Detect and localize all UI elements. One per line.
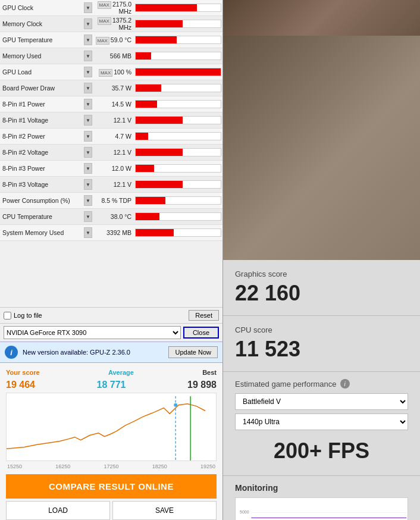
sensor-row: System Memory Used ▼ 3392 MB [0, 225, 222, 241]
sensor-name: 8-Pin #2 Voltage [2, 149, 83, 156]
sensor-label: 8-Pin #1 Voltage ▼ [0, 115, 92, 126]
sensor-bar-track [135, 164, 221, 173]
update-bar: i New version available: GPU-Z 2.36.0 Up… [0, 342, 222, 363]
sensor-row: 8-Pin #1 Power ▼ 14.5 W [0, 96, 222, 112]
sensor-row: GPU Clock ▼ MAX2175.0 MHz [0, 0, 222, 16]
sensor-bar-track [135, 84, 221, 92]
sensor-name: 8-Pin #2 Power [2, 133, 83, 140]
your-score-value: 19 464 [6, 380, 35, 390]
sensor-bar-track [135, 20, 221, 28]
resolution-select[interactable]: 1440p Ultra1080p Ultra4K Ultra [235, 414, 408, 430]
sensor-row: GPU Load ▼ MAX100 % [0, 64, 222, 80]
game-perf-label: Estimated game performance [235, 380, 337, 389]
sensor-name: GPU Temperature [2, 36, 83, 43]
sensor-bar-track [135, 212, 221, 221]
sensor-bar-area [134, 148, 222, 156]
sensor-label: 8-Pin #3 Voltage ▼ [0, 179, 92, 190]
max-badge: MAX [98, 17, 111, 25]
load-button[interactable]: LOAD [6, 501, 110, 520]
sensor-label: 8-Pin #3 Power ▼ [0, 163, 92, 174]
sensor-bar-track [135, 180, 221, 189]
sensor-row: GPU Temperature ▼ MAX59.0 °C [0, 32, 222, 48]
sensor-value: MAX100 % [92, 68, 134, 76]
sensor-dropdown-arrow[interactable]: ▼ [84, 227, 92, 238]
sensor-bar-area [134, 36, 222, 44]
monitoring-card: Monitoring 5000 4000 3000 2000 1000 0 [223, 476, 420, 520]
game-select[interactable]: Battlefield VCyberpunk 2077Call of DutyF… [235, 393, 408, 410]
avg-score-label: Average [108, 369, 134, 376]
sensor-name: GPU Load [2, 68, 83, 76]
sensor-dropdown-arrow[interactable]: ▼ [84, 83, 92, 93]
sensor-bar-track [135, 196, 221, 205]
reset-button[interactable]: Reset [189, 310, 219, 321]
info-icon: i [5, 346, 18, 359]
sensor-row: 8-Pin #1 Voltage ▼ 12.1 V [0, 112, 222, 129]
sensor-dropdown-arrow[interactable]: ▼ [84, 115, 92, 126]
sensor-dropdown-arrow[interactable]: ▼ [84, 179, 92, 190]
save-button[interactable]: SAVE [112, 501, 217, 520]
sensor-value: 8.5 % TDP [92, 197, 134, 204]
monitoring-label: Monitoring [235, 483, 408, 493]
sensor-label: CPU Temperature ▼ [0, 211, 92, 222]
sensor-dropdown-arrow[interactable]: ▼ [84, 18, 92, 29]
sensor-dropdown-arrow[interactable]: ▼ [84, 67, 92, 77]
sensor-name: Board Power Draw [2, 84, 83, 92]
game-perf-info-icon[interactable]: i [340, 379, 350, 389]
sensor-value: 12.1 V [92, 181, 134, 188]
sensor-bar-area [134, 100, 222, 108]
avg-score-value: 18 771 [97, 380, 126, 390]
score-area: Your score Average Best 19 464 18 771 19… [0, 363, 222, 520]
sensor-name: System Memory Used [2, 229, 83, 236]
sensor-name: Memory Used [2, 52, 83, 59]
sensor-bar-area [134, 164, 222, 173]
update-now-button[interactable]: Update Now [168, 346, 218, 358]
left-panel: GPU Clock ▼ MAX2175.0 MHz Memory Clock ▼… [0, 0, 223, 520]
sensor-label: 8-Pin #2 Voltage ▼ [0, 147, 92, 158]
game-perf-card: Estimated game performance i Battlefield… [223, 372, 420, 476]
right-panel: Graphics score 22 160 CPU score 11 523 E… [223, 0, 420, 520]
max-badge: MAX [98, 1, 111, 9]
sensor-bar-track [135, 100, 221, 108]
fps-display: 200+ FPS [235, 434, 408, 468]
sensor-label: Memory Used ▼ [0, 51, 92, 61]
sensor-name: 8-Pin #3 Power [2, 165, 83, 172]
sensor-value: 3392 MB [92, 229, 134, 236]
log-to-file-checkbox[interactable] [4, 312, 11, 319]
x-axis: 15250 16250 17250 18250 19250 [6, 463, 217, 469]
sensor-row: Board Power Draw ▼ 35.7 W [0, 80, 222, 96]
monitoring-chart: 5000 4000 3000 2000 1000 0 [235, 497, 408, 520]
sensor-bar-area [134, 20, 222, 28]
sensor-label: 8-Pin #2 Power ▼ [0, 131, 92, 142]
sensor-dropdown-arrow[interactable]: ▼ [84, 35, 92, 45]
sensor-dropdown-arrow[interactable]: ▼ [84, 131, 92, 142]
max-badge: MAX [99, 69, 112, 77]
sensor-bar-area [134, 68, 222, 76]
graphics-score-label: Graphics score [235, 270, 408, 278]
sensor-name: Memory Clock [2, 20, 83, 27]
score-chart [6, 393, 217, 461]
sensor-name: 8-Pin #3 Voltage [2, 181, 83, 188]
graphics-score-card: Graphics score 22 160 [223, 260, 420, 316]
sensor-value: 35.7 W [92, 84, 134, 92]
sensor-name: CPU Temperature [2, 213, 83, 220]
cpu-score-value: 11 523 [235, 337, 408, 362]
sensor-bar-track [135, 52, 221, 60]
close-button[interactable]: Close [183, 327, 219, 339]
sensor-dropdown-arrow[interactable]: ▼ [84, 2, 92, 13]
log-to-file-label[interactable]: Log to file [4, 312, 42, 319]
sensor-dropdown-arrow[interactable]: ▼ [84, 51, 92, 61]
sensor-dropdown-arrow[interactable]: ▼ [84, 211, 92, 222]
sensor-dropdown-arrow[interactable]: ▼ [84, 147, 92, 158]
device-select[interactable]: NVIDIA GeForce RTX 3090 [4, 326, 181, 339]
load-save-row: LOAD SAVE [6, 501, 217, 520]
sensor-dropdown-arrow[interactable]: ▼ [84, 163, 92, 174]
update-message: New version available: GPU-Z 2.36.0 [23, 349, 164, 356]
sensor-dropdown-arrow[interactable]: ▼ [84, 195, 92, 206]
max-badge: MAX [96, 37, 109, 45]
sensor-bar-track [135, 4, 221, 12]
sensor-value: 14.5 W [92, 101, 134, 108]
sensor-dropdown-arrow[interactable]: ▼ [84, 99, 92, 109]
sensor-value: 12.1 V [92, 149, 134, 156]
bottom-controls: Log to file Reset NVIDIA GeForce RTX 309… [0, 307, 222, 342]
compare-result-button[interactable]: COMPARE RESULT ONLINE [6, 474, 217, 499]
